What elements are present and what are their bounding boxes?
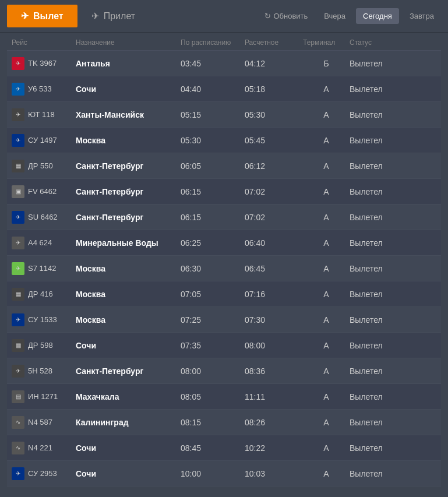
table-row[interactable]: ✈ SU 6462 Санкт-Петербург 06:15 07:02 А … [7,205,441,230]
scheduled-time-cell: 03:45 [181,59,245,68]
destination-cell: Сочи [76,84,181,94]
scheduled-time-cell: 08:15 [181,418,245,427]
col-scheduled: По расписанию [181,38,245,47]
estimated-time-cell: 05:30 [245,110,303,119]
flight-number-cell: ✈ СУ 2953 [12,467,76,480]
yesterday-button[interactable]: Вчера [317,8,352,24]
table-row[interactable]: ✈ А4 624 Минеральные Воды 06:25 06:40 А … [7,230,441,256]
terminal-cell: А [303,264,350,273]
estimated-time-cell: 08:36 [245,366,303,376]
status-cell: Вылетел [350,392,419,401]
flights-list: ✈ TK 3967 Анталья 03:45 04:12 Б Вылетел … [7,51,441,487]
destination-cell: Анталья [76,59,181,68]
table-row[interactable]: ▦ ДР 550 Санкт-Петербург 06:05 06:12 А В… [7,153,441,179]
terminal-cell: А [303,110,350,119]
flight-id: TK 3967 [28,59,57,68]
destination-cell: Санкт-Петербург [76,161,181,171]
today-button[interactable]: Сегодня [356,8,399,24]
scheduled-time-cell: 08:05 [181,392,245,401]
flight-id: SU 6462 [28,213,58,221]
table-row[interactable]: ✈ У6 533 Сочи 04:40 05:18 А Вылетел [7,76,441,102]
scheduled-time-cell: 07:05 [181,290,245,299]
airline-icon: ▦ [12,160,24,172]
table-row[interactable]: ▤ ИН 1271 Махачкала 08:05 11:11 А Вылете… [7,384,441,410]
flight-id: СУ 2953 [28,469,57,478]
airline-icon: ▦ [12,339,24,352]
scheduled-time-cell: 06:30 [181,264,245,273]
tab-arrival[interactable]: ✈ Прилет [77,5,149,27]
terminal-cell: А [303,187,350,196]
terminal-cell: А [303,443,350,453]
airline-icon: ▦ [12,288,24,301]
flight-number-cell: ✈ 5H 528 [12,365,76,378]
today-label: Сегодня [363,12,392,20]
flight-id: ДР 598 [28,341,53,350]
destination-cell: Сочи [76,443,181,453]
flight-number-cell: ✈ S7 1142 [12,262,76,275]
table-row[interactable]: ✈ 5H 528 Санкт-Петербург 08:00 08:36 А В… [7,358,441,384]
tomorrow-button[interactable]: Завтра [403,8,441,24]
table-row[interactable]: ∿ N4 221 Сочи 08:45 10:22 А Вылетел [7,435,441,461]
flight-id: 5H 528 [28,366,52,375]
col-destination: Назначение [76,38,181,47]
estimated-time-cell: 08:00 [245,341,303,350]
status-cell: Вылетел [350,315,419,325]
flight-id: А4 624 [28,238,52,247]
terminal-cell: А [303,290,350,299]
table-row[interactable]: ✈ TK 3967 Анталья 03:45 04:12 Б Вылетел [7,51,441,76]
scheduled-time-cell: 06:15 [181,187,245,196]
destination-cell: Москва [76,136,181,145]
table-row[interactable]: ▣ FV 6462 Санкт-Петербург 06:15 07:02 А … [7,179,441,205]
table-row[interactable]: ∿ N4 587 Калининград 08:15 08:26 А Вылет… [7,410,441,435]
scheduled-time-cell: 08:00 [181,366,245,376]
flight-number-cell: ✈ ЮТ 118 [12,108,76,121]
scheduled-time-cell: 07:25 [181,315,245,325]
airline-icon: ∿ [12,442,24,454]
tab-departure-label: Вылет [33,11,64,22]
status-cell: Вылетел [350,161,419,171]
status-cell: Вылетел [350,84,419,94]
destination-cell: Сочи [76,469,181,478]
header-controls: ↻ Обновить Вчера Сегодня Завтра [259,8,441,24]
table-row[interactable]: ✈ ЮТ 118 Ханты-Мансийск 05:15 05:30 А Вы… [7,102,441,128]
estimated-time-cell: 07:02 [245,213,303,222]
departure-plane-icon: ✈ [21,10,29,22]
table-row[interactable]: ✈ S7 1142 Москва 06:30 06:45 А Вылетел [7,256,441,281]
flights-table: Рейс Назначение По расписанию Расчетное … [0,33,448,487]
flight-number-cell: ✈ У6 533 [12,83,76,96]
flight-number-cell: ∿ N4 587 [12,416,76,429]
destination-cell: Москва [76,290,181,299]
airline-icon: ▣ [12,185,24,198]
table-row[interactable]: ▦ ДР 598 Сочи 07:35 08:00 А Вылетел [7,333,441,358]
status-cell: Вылетел [350,469,419,478]
refresh-button[interactable]: ↻ Обновить [259,8,313,24]
scheduled-time-cell: 04:40 [181,84,245,94]
airline-icon: ✈ [12,108,24,121]
terminal-cell: А [303,238,350,248]
table-row[interactable]: ▦ ДР 416 Москва 07:05 07:16 А Вылетел [7,281,441,307]
flight-id: ДР 416 [28,290,53,298]
flight-id: ИН 1271 [28,392,58,401]
estimated-time-cell: 06:12 [245,161,303,171]
estimated-time-cell: 10:22 [245,443,303,453]
col-status: Статус [350,38,419,47]
status-cell: Вылетел [350,238,419,248]
airline-icon: ✈ [12,262,24,275]
flight-id: N4 587 [28,418,52,426]
estimated-time-cell: 10:03 [245,469,303,478]
airline-icon: ✈ [12,237,24,249]
flight-number-cell: ✈ А4 624 [12,237,76,249]
table-row[interactable]: ✈ СУ 1533 Москва 07:25 07:30 А Вылетел [7,307,441,333]
destination-cell: Минеральные Воды [76,238,181,248]
estimated-time-cell: 06:40 [245,238,303,248]
table-row[interactable]: ✈ СУ 2953 Сочи 10:00 10:03 А Вылетел [7,461,441,487]
airline-icon: ✈ [12,313,24,326]
destination-cell: Москва [76,264,181,273]
destination-cell: Сочи [76,341,181,350]
destination-cell: Калининград [76,418,181,427]
tab-departure[interactable]: ✈ Вылет [7,5,77,27]
status-cell: Вылетел [350,264,419,273]
table-row[interactable]: ✈ СУ 1497 Москва 05:30 05:45 А Вылетел [7,128,441,153]
airline-icon: ✈ [12,467,24,480]
col-flight: Рейс [12,38,76,47]
